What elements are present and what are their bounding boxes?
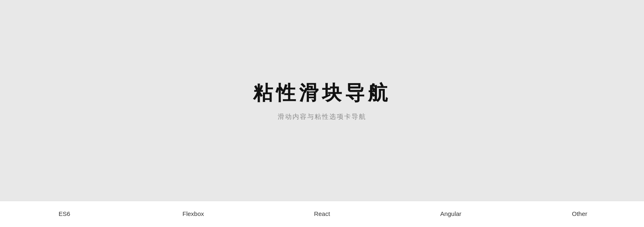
nav-item-es6[interactable]: ES6 — [0, 201, 129, 227]
nav-item-flexbox[interactable]: Flexbox — [129, 201, 258, 227]
nav-item-other[interactable]: Other — [515, 201, 644, 227]
nav-item-angular[interactable]: Angular — [386, 201, 515, 227]
nav-bar: ES6FlexboxReactAngularOther — [0, 201, 644, 227]
nav-item-react[interactable]: React — [258, 201, 386, 227]
hero-subtitle: 滑动内容与粘性选项卡导航 — [278, 113, 366, 121]
hero-section: 粘性滑块导航 滑动内容与粘性选项卡导航 — [0, 0, 644, 201]
hero-title: 粘性滑块导航 — [253, 80, 391, 106]
